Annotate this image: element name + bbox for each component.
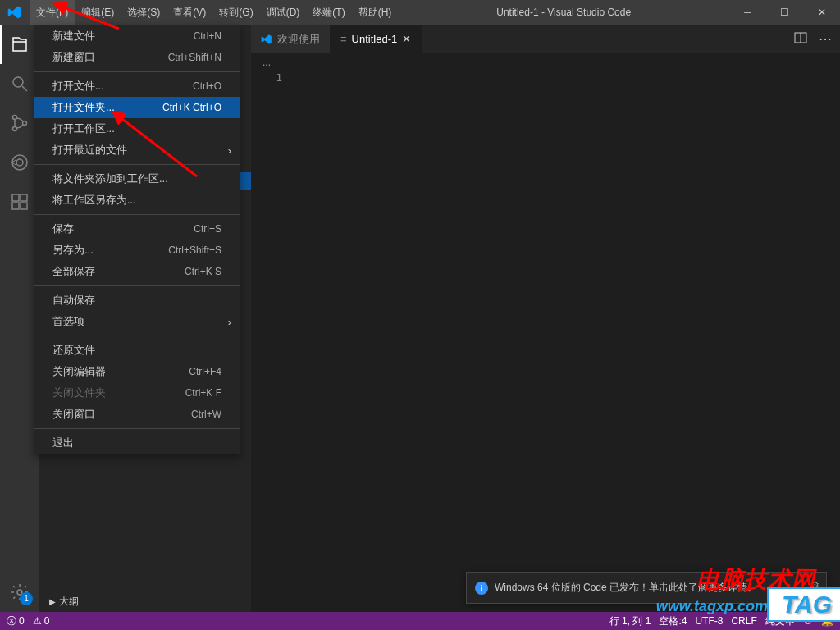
line-number: 1 bbox=[251, 71, 295, 84]
menu-preferences[interactable]: 首选项› bbox=[34, 311, 240, 332]
menu-selection[interactable]: 选择(S) bbox=[121, 0, 167, 25]
svg-point-0 bbox=[13, 77, 23, 87]
window-title: Untitled-1 - Visual Studio Code bbox=[398, 7, 729, 18]
menu-save[interactable]: 保存Ctrl+S bbox=[34, 218, 240, 240]
menu-edit[interactable]: 编辑(E) bbox=[75, 0, 121, 25]
menu-save-as[interactable]: 另存为...Ctrl+Shift+S bbox=[34, 240, 240, 261]
svg-point-5 bbox=[16, 159, 23, 166]
menu-view[interactable]: 查看(V) bbox=[167, 0, 212, 25]
more-actions-icon[interactable]: ⋯ bbox=[819, 31, 832, 47]
breadcrumb[interactable]: ... bbox=[251, 53, 840, 71]
outline-label: 大纲 bbox=[59, 595, 79, 609]
menu-close-window[interactable]: 关闭窗口Ctrl+W bbox=[34, 404, 240, 425]
chevron-right-icon: › bbox=[228, 316, 231, 328]
status-bar: ⓧ0 ⚠0 行 1, 列 1 空格:4 UTF-8 CRLF 纯文本 ☺ 🔔 bbox=[0, 612, 840, 630]
tab-welcome[interactable]: 欢迎使用 bbox=[251, 25, 331, 53]
error-icon: ⓧ bbox=[7, 614, 16, 628]
menu-file[interactable]: 文件(F) bbox=[30, 0, 75, 25]
menu-bar: 文件(F) 编辑(E) 选择(S) 查看(V) 转到(G) 调试(D) 终端(T… bbox=[30, 0, 398, 25]
svg-rect-9 bbox=[21, 194, 27, 201]
menu-open-folder[interactable]: 打开文件夹...Ctrl+K Ctrl+O bbox=[34, 97, 240, 118]
status-ln-col[interactable]: 行 1, 列 1 bbox=[609, 614, 651, 628]
svg-point-3 bbox=[23, 121, 27, 126]
menu-go[interactable]: 转到(G) bbox=[212, 0, 259, 25]
menu-close-editor[interactable]: 关闭编辑器Ctrl+F4 bbox=[34, 361, 240, 382]
status-errors[interactable]: ⓧ0 bbox=[7, 614, 25, 628]
status-spaces[interactable]: 空格:4 bbox=[659, 614, 687, 628]
maximize-button[interactable]: ☐ bbox=[766, 0, 803, 25]
menu-save-all[interactable]: 全部保存Ctrl+K S bbox=[34, 261, 240, 282]
title-bar: 文件(F) 编辑(E) 选择(S) 查看(V) 转到(G) 调试(D) 终端(T… bbox=[0, 0, 840, 25]
menu-save-workspace-as[interactable]: 将工作区另存为... bbox=[34, 189, 240, 211]
tab-label: Untitled-1 bbox=[352, 33, 398, 45]
outline-section[interactable]: ▶ 大纲 bbox=[49, 595, 79, 609]
menu-auto-save[interactable]: 自动保存 bbox=[34, 290, 240, 311]
warning-icon: ⚠ bbox=[33, 615, 42, 627]
menu-terminal[interactable]: 终端(T) bbox=[306, 0, 351, 25]
menu-close-folder: 关闭文件夹Ctrl+K F bbox=[34, 382, 240, 404]
activity-settings-icon[interactable]: 1 bbox=[0, 573, 39, 612]
chevron-right-icon: › bbox=[228, 144, 231, 157]
menu-help[interactable]: 帮助(H) bbox=[352, 0, 399, 25]
info-icon: i bbox=[475, 582, 488, 595]
file-menu-dropdown: 新建文件Ctrl+N 新建窗口Ctrl+Shift+N 打开文件...Ctrl+… bbox=[34, 25, 240, 454]
tab-untitled[interactable]: ≡ Untitled-1 ✕ bbox=[331, 25, 422, 53]
status-encoding[interactable]: UTF-8 bbox=[695, 615, 723, 627]
close-button[interactable]: ✕ bbox=[803, 0, 840, 25]
tab-label: 欢迎使用 bbox=[277, 32, 320, 47]
editor-tabs: 欢迎使用 ≡ Untitled-1 ✕ ⋯ bbox=[251, 25, 840, 53]
notification-text: Windows 64 位版的 Code 已发布！单击此处了解更多详情。 bbox=[495, 581, 757, 595]
minimize-button[interactable]: ─ bbox=[729, 0, 766, 25]
menu-add-folder[interactable]: 将文件夹添加到工作区... bbox=[34, 168, 240, 189]
tab-close-icon[interactable]: ✕ bbox=[402, 33, 411, 45]
menu-exit[interactable]: 退出 bbox=[34, 432, 240, 454]
watermark-tag: TAG bbox=[767, 587, 840, 622]
split-editor-icon[interactable] bbox=[794, 31, 807, 48]
settings-badge: 1 bbox=[20, 592, 33, 605]
menu-new-window[interactable]: 新建窗口Ctrl+Shift+N bbox=[34, 47, 240, 68]
menu-open-file[interactable]: 打开文件...Ctrl+O bbox=[34, 75, 240, 97]
svg-point-2 bbox=[13, 127, 17, 131]
menu-revert[interactable]: 还原文件 bbox=[34, 340, 240, 361]
svg-point-1 bbox=[13, 116, 17, 120]
svg-rect-8 bbox=[21, 203, 27, 209]
menu-open-workspace[interactable]: 打开工作区... bbox=[34, 118, 240, 139]
menu-open-recent[interactable]: 打开最近的文件› bbox=[34, 139, 240, 161]
editor-area: 欢迎使用 ≡ Untitled-1 ✕ ⋯ ... bbox=[251, 25, 840, 612]
menu-new-file[interactable]: 新建文件Ctrl+N bbox=[34, 25, 240, 47]
vscode-logo-icon bbox=[0, 5, 30, 20]
svg-rect-7 bbox=[12, 203, 19, 209]
svg-rect-6 bbox=[12, 194, 19, 201]
file-icon: ≡ bbox=[340, 33, 347, 45]
status-warnings[interactable]: ⚠0 bbox=[33, 615, 50, 627]
svg-point-4 bbox=[12, 155, 27, 170]
status-eol[interactable]: CRLF bbox=[731, 615, 756, 627]
chevron-right-icon: ▶ bbox=[49, 597, 56, 606]
menu-debug[interactable]: 调试(D) bbox=[260, 0, 307, 25]
